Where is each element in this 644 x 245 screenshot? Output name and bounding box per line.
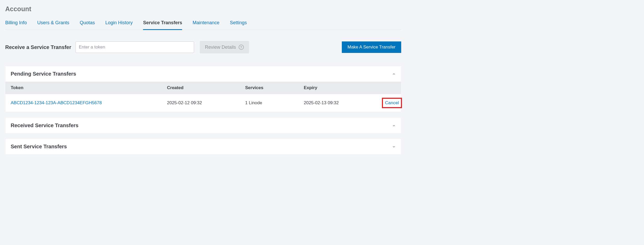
table-row: ABCD1234-1234-123A-ABCD1234EFGH5678 2025… [5,94,401,112]
tab-settings[interactable]: Settings [230,20,247,30]
received-panel-header[interactable]: Received Service Transfers [5,118,401,133]
tabs-nav: Billing Info Users & Grants Quotas Login… [5,20,401,30]
cell-created: 2025-02-12 09:32 [167,100,245,106]
tab-billing-info[interactable]: Billing Info [5,20,27,30]
receive-label: Receive a Service Transfer [5,44,71,50]
review-details-label: Review Details [205,45,236,50]
pending-transfers-panel: Pending Service Transfers Token Created … [5,66,401,112]
help-icon: ? [239,45,244,50]
col-header-expiry: Expiry [304,85,382,90]
tab-service-transfers[interactable]: Service Transfers [143,20,182,30]
chevron-down-icon [392,124,396,127]
cancel-highlight-box: Cancel [382,98,402,108]
col-header-services: Services [245,85,304,90]
col-header-token: Token [11,85,167,90]
received-transfers-panel: Received Service Transfers [5,118,401,133]
tab-maintenance[interactable]: Maintenance [193,20,219,30]
tab-login-history[interactable]: Login History [105,20,133,30]
make-service-transfer-button[interactable]: Make A Service Transfer [342,41,401,53]
cancel-button[interactable]: Cancel [385,100,399,105]
col-header-created: Created [167,85,245,90]
tab-quotas[interactable]: Quotas [80,20,95,30]
pending-panel-title: Pending Service Transfers [11,71,76,77]
pending-table-header: Token Created Services Expiry [5,82,401,94]
cell-expiry: 2025-02-13 09:32 [304,100,382,106]
token-input[interactable] [76,41,194,53]
col-header-action [382,85,396,90]
chevron-down-icon [392,145,396,149]
chevron-up-icon [392,72,396,76]
cell-services: 1 Linode [245,100,304,106]
pending-panel-header[interactable]: Pending Service Transfers [5,66,401,82]
page-title: Account [5,5,401,13]
received-panel-title: Received Service Transfers [11,123,78,128]
tab-users-grants[interactable]: Users & Grants [37,20,69,30]
review-details-button[interactable]: Review Details ? [200,41,249,53]
sent-transfers-panel: Sent Service Transfers [5,139,401,155]
sent-panel-title: Sent Service Transfers [11,144,67,150]
sent-panel-header[interactable]: Sent Service Transfers [5,139,401,154]
receive-row: Receive a Service Transfer Review Detail… [5,41,401,53]
token-link[interactable]: ABCD1234-1234-123A-ABCD1234EFGH5678 [11,100,102,105]
